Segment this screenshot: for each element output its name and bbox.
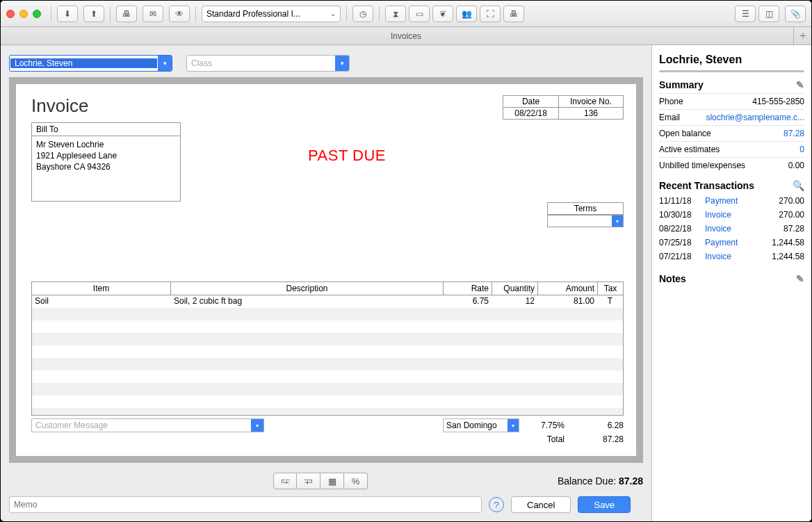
cell-qty[interactable]: [492, 408, 538, 415]
cell-amount[interactable]: [538, 320, 598, 333]
prev-record-button[interactable]: ⬇: [57, 6, 78, 22]
cell-tax[interactable]: [598, 308, 623, 320]
edit-summary-button[interactable]: ✎: [796, 79, 804, 90]
invoice-no-field[interactable]: Invoice No. 136: [558, 95, 624, 120]
table-row[interactable]: [32, 408, 623, 415]
stamp-button[interactable]: ⛶: [480, 6, 501, 22]
table-row[interactable]: [32, 320, 623, 333]
customer-message-select[interactable]: Customer Message ▾: [31, 418, 264, 432]
cell-tax[interactable]: T: [598, 295, 623, 308]
cell-desc[interactable]: [171, 358, 444, 370]
table-row[interactable]: SoilSoil, 2 cubic ft bag6.751281.00T: [32, 295, 623, 308]
cell-amount[interactable]: [538, 408, 598, 415]
cell-qty[interactable]: [492, 345, 538, 358]
cell-rate[interactable]: [444, 308, 492, 320]
cell-desc[interactable]: [171, 395, 444, 408]
cell-tax[interactable]: [598, 345, 623, 358]
table-row[interactable]: [32, 333, 623, 345]
table-row[interactable]: [32, 395, 623, 408]
save-button[interactable]: Save: [578, 496, 631, 513]
table-row[interactable]: [32, 345, 623, 358]
open-balance-link[interactable]: 87.28: [783, 129, 804, 138]
close-window-button[interactable]: [6, 10, 15, 18]
template-select[interactable]: Standard Professional I... ⌄: [202, 6, 341, 22]
attach-button[interactable]: 📎: [785, 6, 806, 22]
table-row[interactable]: [32, 358, 623, 370]
cell-tax[interactable]: [598, 358, 623, 370]
txn-type-link[interactable]: Payment: [705, 238, 758, 247]
help-button[interactable]: ?: [489, 497, 504, 512]
cell-rate[interactable]: 6.75: [444, 295, 492, 308]
cell-qty[interactable]: [492, 395, 538, 408]
customers-button[interactable]: 👥: [456, 6, 477, 22]
cell-rate[interactable]: [444, 345, 492, 358]
txn-type-link[interactable]: Payment: [705, 196, 758, 206]
txn-type-link[interactable]: Invoice: [705, 224, 758, 234]
mail-button[interactable]: 🖶: [503, 6, 524, 22]
cell-qty[interactable]: [492, 333, 538, 345]
email-link[interactable]: slochrie@samplename.c...: [706, 113, 804, 122]
cell-amount[interactable]: 81.00: [538, 295, 598, 308]
cell-tax[interactable]: [598, 333, 623, 345]
schedule-button[interactable]: ⮒: [297, 473, 320, 489]
cell-rate[interactable]: [444, 370, 492, 383]
cell-tax[interactable]: [598, 395, 623, 408]
cell-item[interactable]: [32, 308, 171, 320]
class-select[interactable]: Class ▾: [186, 55, 350, 72]
cell-item[interactable]: [32, 370, 171, 383]
cell-tax[interactable]: [598, 408, 623, 415]
cell-item[interactable]: [32, 333, 171, 345]
cell-tax[interactable]: [598, 320, 623, 333]
cell-item[interactable]: [32, 345, 171, 358]
table-row[interactable]: [32, 308, 623, 320]
cell-desc[interactable]: [171, 333, 444, 345]
cell-qty[interactable]: 12: [492, 295, 538, 308]
new-tab-button[interactable]: ＋: [793, 27, 811, 45]
next-record-button[interactable]: ⬆: [83, 6, 104, 22]
split-button[interactable]: ⮓: [273, 473, 297, 489]
cell-desc[interactable]: [171, 308, 444, 320]
bill-to-box[interactable]: Bill To Mr Steven Lochrie 1921 Appleseed…: [31, 122, 181, 202]
table-row[interactable]: [32, 383, 623, 395]
minimize-window-button[interactable]: [19, 10, 28, 18]
edit-notes-button[interactable]: ✎: [796, 273, 804, 284]
cell-amount[interactable]: [538, 333, 598, 345]
cell-item[interactable]: [32, 358, 171, 370]
cell-qty[interactable]: [492, 370, 538, 383]
zoom-window-button[interactable]: [33, 10, 41, 18]
cell-item[interactable]: [32, 383, 171, 395]
cell-qty[interactable]: [492, 358, 538, 370]
cell-tax[interactable]: [598, 370, 623, 383]
cell-item[interactable]: [32, 408, 171, 415]
cell-desc[interactable]: [171, 383, 444, 395]
view-list-button[interactable]: ☰: [735, 6, 756, 22]
grid-body[interactable]: SoilSoil, 2 cubic ft bag6.751281.00T: [32, 295, 623, 415]
txn-type-link[interactable]: Invoice: [705, 210, 758, 220]
email-button[interactable]: ✉: [143, 6, 163, 22]
cell-tax[interactable]: [598, 383, 623, 395]
cell-amount[interactable]: [538, 358, 598, 370]
cell-item[interactable]: [32, 320, 171, 333]
cell-amount[interactable]: [538, 370, 598, 383]
cell-amount[interactable]: [538, 395, 598, 408]
date-field[interactable]: Date 08/22/18: [503, 95, 558, 120]
print-button[interactable]: 🖶: [116, 6, 137, 22]
txn-type-link[interactable]: Invoice: [705, 252, 758, 261]
cell-rate[interactable]: [444, 358, 492, 370]
cell-amount[interactable]: [538, 383, 598, 395]
credit-button[interactable]: ❦: [432, 6, 453, 22]
cell-qty[interactable]: [492, 308, 538, 320]
cell-item[interactable]: Soil: [32, 295, 171, 308]
cell-desc[interactable]: [171, 345, 444, 358]
calendar-button[interactable]: ▦: [320, 473, 344, 489]
cell-rate[interactable]: [444, 333, 492, 345]
tax-code-select[interactable]: San Domingo ▾: [443, 418, 519, 432]
table-row[interactable]: [32, 370, 623, 383]
cell-item[interactable]: [32, 395, 171, 408]
cell-desc[interactable]: [171, 408, 444, 415]
cell-desc[interactable]: [171, 370, 444, 383]
cell-desc[interactable]: Soil, 2 cubic ft bag: [171, 295, 444, 308]
memo-field[interactable]: [9, 496, 482, 513]
pending-button[interactable]: ◷: [352, 6, 373, 22]
payments-button[interactable]: ▭: [409, 6, 430, 22]
